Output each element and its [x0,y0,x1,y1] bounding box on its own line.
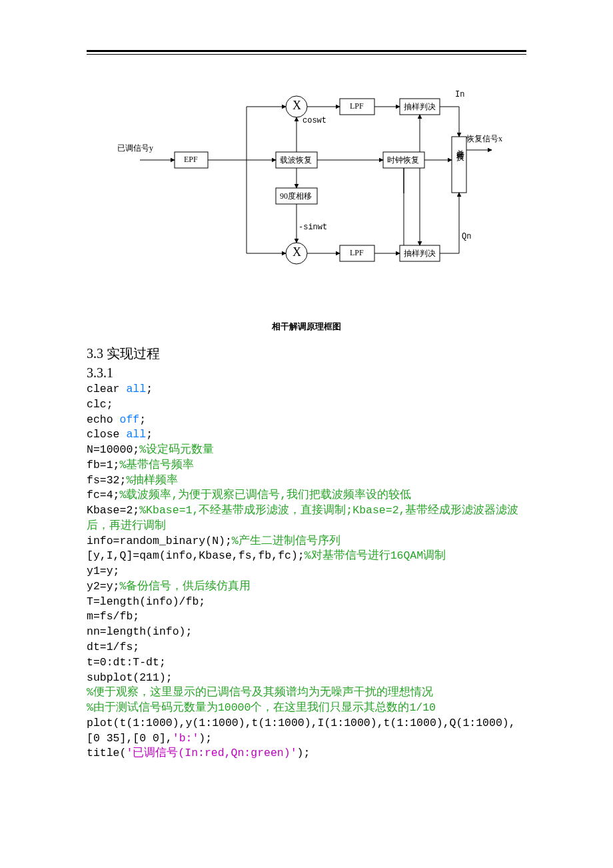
code-text: y2=y; [87,580,120,593]
page: 已调信号y EPF X X coswt -sinwt LPF LPF 抽样判决 … [0,0,613,868]
label-x-bot: X [293,245,301,259]
label-carrier: 载波恢复 [280,155,312,166]
label-lpf-bot: LPF [350,248,364,258]
code-text: plot(t(1:1000),y(1:1000),t(1:1000),I(1:1… [87,717,516,745]
code-text: m=fs/fb; [87,610,139,623]
label-sample-top: 抽样判决 [404,101,436,113]
block-diagram: 已调信号y EPF X X coswt -sinwt LPF LPF 抽样判决 … [120,87,493,283]
code-text: ); [297,747,310,759]
code-text: title( [87,747,126,759]
code-text: fb=1; [87,459,120,471]
code-text: [y,I,Q]=qam(info,Kbase,fs,fb,fc); [87,549,305,562]
code-text: ; [146,383,153,395]
code-text: echo [87,413,120,426]
section-heading: 3.3 实现过程 [87,345,526,363]
label-x-top: X [293,99,301,113]
label-phase: 90度相移 [280,191,312,202]
code-comment: %产生二进制信号序列 [232,535,340,547]
code-text: y1=y; [87,565,120,577]
code-comment: %抽样频率 [126,474,178,487]
label-qn: Qn [462,232,471,241]
code-block: clear all; clc; echo off; close all; N=1… [87,382,526,761]
label-in: In [455,90,464,99]
code-text: subplot(211); [87,671,173,684]
code-text: fc=4; [87,489,120,501]
label-sinwt: -sinwt [299,223,327,232]
code-keyword: all [126,383,146,395]
label-output: 恢复信号x [466,133,502,145]
label-epf: EPF [184,155,198,165]
label-sample-bot: 抽样判决 [404,248,436,259]
code-text: dt=1/fs; [87,641,139,653]
code-comment: %对基带信号进行16QAM调制 [305,549,446,562]
code-comment: %载波频率,为便于观察已调信号,我们把载波频率设的较低 [120,489,412,501]
code-comment: %由于测试信号码元数量为10000个，在这里我们只显示其总数的1/10 [87,701,436,714]
code-text: T=length(info)/fb; [87,595,205,608]
code-text: N=10000; [87,443,139,456]
subsection-number: 3.3.1 [87,365,526,381]
code-comment: %备份信号，供后续仿真用 [120,580,251,593]
code-keyword: off [120,413,140,426]
code-text: clear [87,383,126,395]
code-keyword: all [126,428,146,441]
label-lpf-top: LPF [350,101,364,111]
code-comment: %便于观察，这里显示的已调信号及其频谱均为无噪声干扰的理想情况 [87,686,433,699]
code-text: ; [146,428,153,441]
code-text: nn=length(info); [87,625,192,638]
label-input: 已调信号y [117,143,153,154]
code-text: ); [199,732,212,745]
code-string: 'b:' [173,732,199,745]
code-text: t=0:dt:T-dt; [87,656,166,669]
code-text: info=random_binary(N); [87,535,232,547]
code-string: '已调信号(In:red,Qn:green)' [126,747,297,759]
code-text: Kbase=2; [87,504,139,517]
label-coswt: coswt [303,116,326,125]
code-comment: %Kbase=1,不经基带成形滤波，直接调制;Kbase=2,基带经成形滤波器滤… [87,504,518,532]
code-text: fs=32; [87,474,126,487]
code-text: ; [139,413,146,426]
code-comment: %设定码元数量 [139,443,214,456]
double-rule [87,50,526,55]
label-clock: 时钟恢复 [387,155,419,166]
code-text: close [87,428,126,441]
code-comment: %基带信号频率 [120,459,195,471]
label-ps-conv: 并串转换 [454,143,466,148]
figure-caption: 相干解调原理框图 [87,321,526,333]
code-text: clc; [87,398,113,411]
